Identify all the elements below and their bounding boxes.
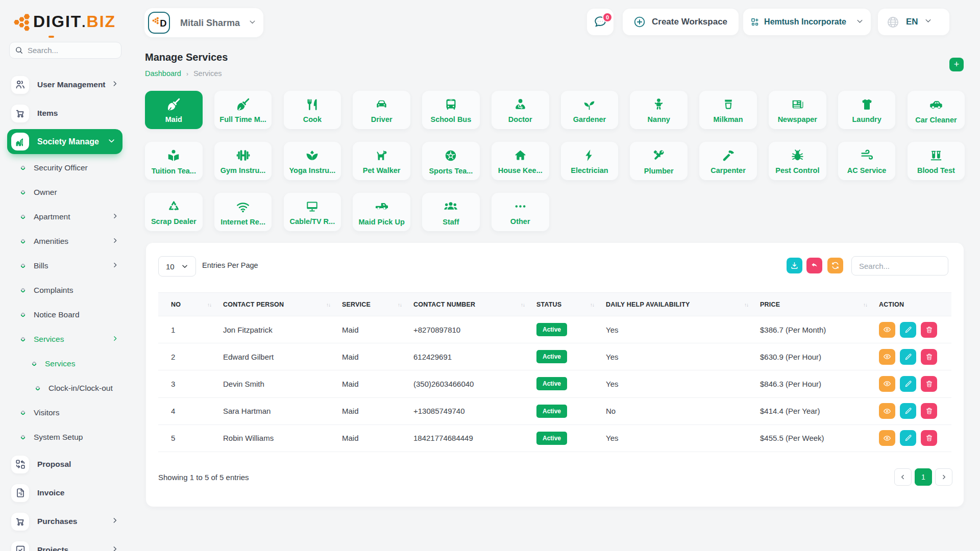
svg-text:D: D [160,18,166,29]
